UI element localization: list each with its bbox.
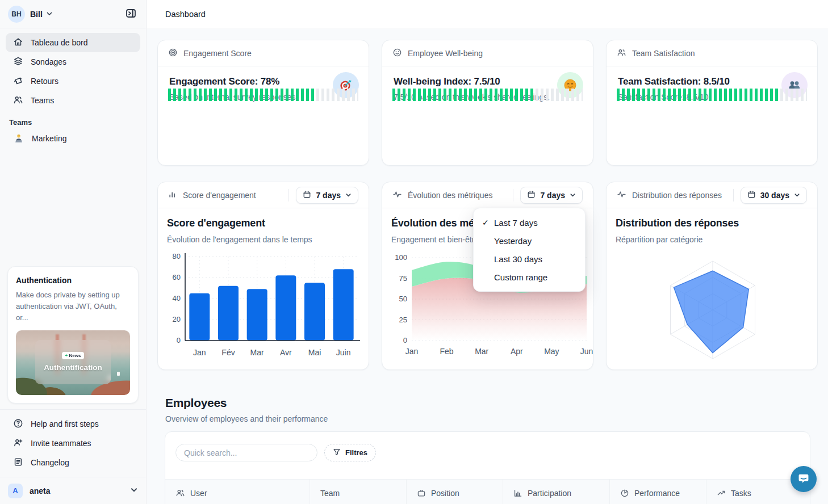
check-icon: ✓: [482, 218, 494, 227]
sidebar-item-label: Sondages: [31, 57, 66, 66]
chevron-down-icon: [46, 9, 53, 19]
filters-label: Filtres: [345, 448, 367, 457]
sidebar-item-tableau-de-bord[interactable]: Tableau de bord: [6, 33, 140, 52]
sidebar-item-teams[interactable]: Teams: [6, 91, 140, 110]
promo-title: Authentication: [16, 276, 130, 285]
menu-item-last-7-days[interactable]: ✓ Last 7 days: [474, 213, 585, 232]
sidebar-item-help[interactable]: Help and first steps: [6, 414, 140, 434]
svg-text:25: 25: [399, 316, 407, 324]
sidebar-item-label: Retours: [31, 77, 58, 86]
top-bar: Dashboard: [147, 0, 828, 28]
chevron-down-icon: [345, 191, 352, 200]
sidebar-nav: Tableau de bord Sondages Retours Teams: [6, 33, 140, 148]
sidebar-item-retours[interactable]: Retours: [6, 72, 140, 91]
kpi-card-body: Engagement Score: 78% Based on internal …: [158, 66, 369, 111]
chevron-down-icon: [570, 191, 576, 200]
chart-card-response-distribution: Distribution des réponses 30 days Distri…: [606, 182, 818, 370]
promo-image-golden-gate[interactable]: + News Authentification: [16, 330, 130, 395]
panel-collapse-icon: [126, 8, 136, 20]
svg-text:Fév: Fév: [221, 348, 235, 357]
column-header-position[interactable]: Position: [406, 480, 503, 504]
kpi-card-satisfaction: Team Satisfaction Team Satisfaction: 8.5…: [606, 40, 818, 166]
promo-card-authentication[interactable]: Authentication Make docs private by sett…: [7, 266, 139, 404]
svg-text:Mar: Mar: [475, 347, 488, 356]
column-header-performance[interactable]: Performance: [609, 480, 706, 504]
help-circle-icon: [13, 418, 23, 430]
svg-text:Jan: Jan: [405, 347, 419, 356]
user-menu-trigger[interactable]: Bill: [30, 10, 43, 19]
bar-chart-icon: [168, 190, 177, 200]
satisfaction-progress-bar: [617, 89, 807, 101]
sidebar-item-label: Changelog: [31, 458, 69, 467]
collapse-sidebar-button[interactable]: [123, 7, 138, 22]
employees-title: Employees: [165, 396, 227, 410]
svg-text:60: 60: [173, 273, 181, 282]
svg-text:Mar: Mar: [250, 348, 264, 357]
chart-card-header: Score d'engagement 7 days: [158, 182, 369, 208]
menu-item-last-30-days[interactable]: Last 30 days: [474, 250, 585, 268]
range-label: 30 days: [760, 191, 789, 200]
chart-card-body: Distribution des réponses Répartition pa…: [607, 208, 817, 368]
home-icon: [13, 37, 23, 49]
smile-icon: [392, 48, 402, 59]
sidebar-item-invite[interactable]: Invite teammates: [6, 434, 140, 453]
chart-subtitle: Répartition par catégorie: [616, 235, 809, 244]
sidebar-item-changelog[interactable]: Changelog: [6, 453, 140, 472]
chat-launcher-button[interactable]: [791, 466, 817, 492]
table-header-row: User Team Position Participation Perform…: [165, 479, 810, 504]
layers-icon: [13, 56, 23, 68]
sidebar-item-label: Invite teammates: [31, 439, 91, 448]
distribution-radar-chart: [616, 254, 809, 368]
table-toolbar: Filtres: [165, 432, 810, 473]
activity-icon: [392, 190, 402, 201]
menu-item-custom-range[interactable]: Custom range: [474, 268, 585, 286]
divider: [288, 189, 289, 201]
menu-item-label: Last 7 days: [494, 218, 538, 228]
range-selector-button[interactable]: 30 days: [741, 187, 807, 204]
menu-item-label: Last 30 days: [494, 254, 542, 264]
filters-button[interactable]: Filtres: [324, 444, 376, 461]
column-label: Participation: [528, 489, 571, 498]
sidebar-item-sondages[interactable]: Sondages: [6, 52, 140, 72]
workspace-switcher[interactable]: A aneta: [0, 477, 146, 504]
range-selector-button[interactable]: 7 days: [296, 187, 358, 204]
kpi-card-engagement: Engagement Score Engagement Score: 78% B…: [157, 40, 369, 166]
sidebar-item-label: Tableau de bord: [31, 38, 87, 47]
range-selector-button[interactable]: 7 days: [520, 187, 583, 204]
svg-text:Juin: Juin: [336, 348, 351, 357]
promo-body: Make docs private by setting up authenti…: [16, 289, 130, 324]
chevron-down-icon: [794, 191, 800, 200]
svg-text:0: 0: [177, 336, 181, 345]
kpi-card-header: Engagement Score: [158, 40, 369, 66]
user-plus-icon: [13, 438, 23, 450]
column-label: Tasks: [731, 489, 751, 498]
divider: [513, 189, 513, 201]
sailboat-art: [117, 372, 120, 376]
column-header-team[interactable]: Team: [310, 480, 406, 504]
search-input[interactable]: [175, 444, 317, 461]
avatar[interactable]: BH: [8, 6, 25, 23]
kpi-card-header: Team Satisfaction: [607, 40, 817, 66]
chart-card-label: Score d'engagement: [183, 191, 256, 200]
sidebar-item-marketing[interactable]: Marketing: [6, 129, 140, 148]
svg-text:20: 20: [173, 315, 181, 324]
column-header-participation[interactable]: Participation: [503, 480, 609, 504]
column-header-user[interactable]: User: [165, 480, 310, 504]
divider: [733, 189, 734, 201]
svg-text:40: 40: [173, 294, 181, 303]
column-label: Team: [320, 489, 340, 498]
sidebar-header: BH Bill: [0, 0, 146, 28]
chart-card-label: Distribution des réponses: [632, 191, 722, 200]
range-label: 7 days: [316, 191, 341, 200]
svg-text:Apr: Apr: [511, 347, 523, 356]
users-icon: [617, 48, 626, 59]
changelog-icon: [13, 457, 23, 469]
menu-item-yesterday[interactable]: Yesterday: [474, 232, 585, 250]
svg-text:0: 0: [403, 336, 407, 345]
kpi-value: Team Satisfaction: 8.5/10: [618, 76, 806, 87]
svg-text:Avr: Avr: [280, 348, 292, 357]
kpi-card-body: Well-being Index: 7.5/10 7.5/10 based on…: [382, 66, 593, 111]
kpi-value: Engagement Score: 78%: [169, 76, 357, 87]
target-icon: [168, 48, 178, 59]
employees-table-card: Filtres User Team Position Participation…: [165, 431, 810, 504]
